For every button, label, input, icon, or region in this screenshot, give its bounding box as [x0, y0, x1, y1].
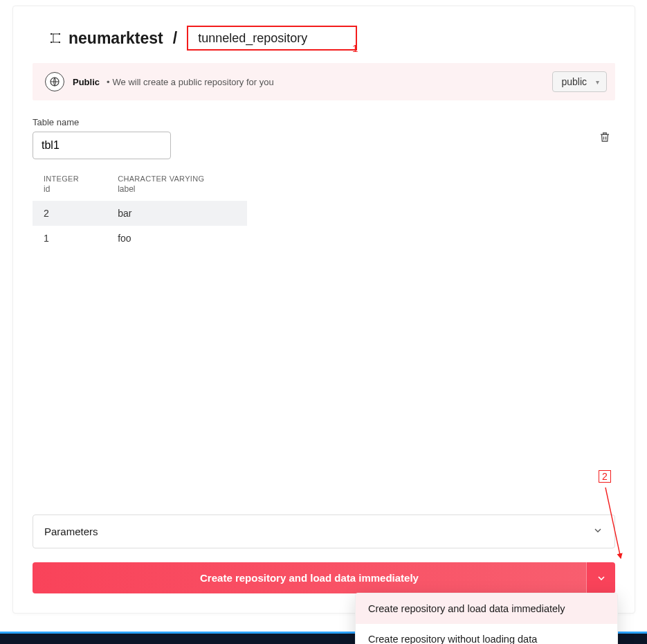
visibility-desc: We will create a public repository for y…	[113, 77, 274, 87]
annotation-2: 2	[599, 470, 611, 483]
col-type-0: INTEGER	[33, 173, 107, 184]
namespace-slash: /	[173, 29, 177, 48]
create-repo-dropdown: Create repository and load data immediat…	[355, 593, 618, 644]
table-row: 1 foo	[33, 226, 247, 251]
action-row: Create repository and load data immediat…	[33, 562, 615, 593]
cell-id-1: 1	[33, 226, 107, 251]
repo-header: neumarktest / tunneled_repository	[33, 26, 615, 51]
logo-icon	[49, 32, 62, 44]
namespace-label: neumarktest	[69, 29, 163, 48]
create-repo-button[interactable]: Create repository and load data immediat…	[33, 562, 586, 593]
parameters-label: Parameters	[44, 526, 98, 537]
visibility-selected: public	[561, 76, 587, 87]
visibility-bar: Public•We will create a public repositor…	[33, 63, 615, 100]
chevron-down-icon	[596, 573, 607, 584]
col-name-0: id	[33, 184, 107, 201]
globe-icon	[45, 72, 64, 91]
visibility-label: Public	[73, 77, 100, 87]
table-section: Table name INTEGER CHARACTER VARYING id …	[33, 117, 615, 251]
visibility-text: Public•We will create a public repositor…	[73, 77, 274, 87]
table-name-label: Table name	[33, 117, 599, 127]
menu-item-load-later[interactable]: Create repository without loading data	[356, 624, 617, 644]
delete-table-button[interactable]	[599, 131, 611, 146]
create-repo-split-button[interactable]	[586, 562, 615, 593]
visibility-select[interactable]: public	[552, 71, 607, 92]
cell-label-0: bar	[107, 201, 247, 226]
annotation-1: 1	[352, 42, 358, 54]
col-type-1: CHARACTER VARYING	[107, 173, 247, 184]
table-name-input[interactable]	[33, 132, 171, 159]
repo-name-value: tunneled_repository	[198, 31, 307, 46]
col-name-1: label	[107, 184, 247, 201]
cell-id-0: 2	[33, 201, 107, 226]
visibility-info: Public•We will create a public repositor…	[45, 72, 274, 91]
create-repo-card: neumarktest / tunneled_repository 1 Publ…	[12, 6, 635, 614]
menu-item-load-now[interactable]: Create repository and load data immediat…	[356, 593, 617, 624]
table-row: 2 bar	[33, 201, 247, 226]
cell-label-1: foo	[107, 226, 247, 251]
table-left: Table name INTEGER CHARACTER VARYING id …	[33, 117, 599, 251]
repo-name-input[interactable]: tunneled_repository	[187, 26, 357, 51]
preview-table: INTEGER CHARACTER VARYING id label 2 bar…	[33, 173, 247, 251]
chevron-down-icon	[592, 525, 603, 538]
parameters-toggle[interactable]: Parameters	[33, 515, 615, 548]
